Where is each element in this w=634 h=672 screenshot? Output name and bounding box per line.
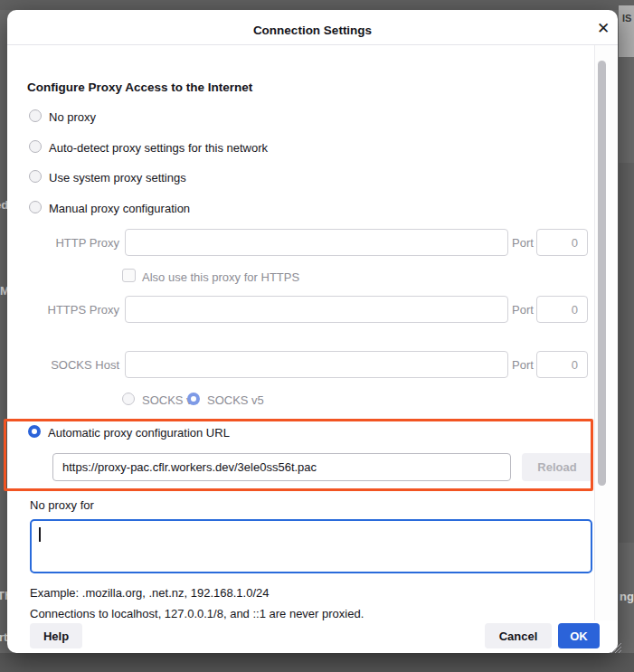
titlebar-divider <box>7 44 618 45</box>
https-proxy-input[interactable] <box>125 296 508 323</box>
checkbox-label: Also use this proxy for HTTPS <box>142 270 299 284</box>
text-cursor <box>39 527 41 542</box>
port-label: Port <box>512 358 534 372</box>
http-port-input[interactable] <box>536 229 588 256</box>
no-proxy-for-textarea[interactable] <box>30 519 592 573</box>
backdrop-patch <box>0 653 634 672</box>
radio-button-icon <box>29 201 42 213</box>
no-proxy-for-label: No proxy for <box>30 498 94 512</box>
radio-button-icon <box>122 393 135 405</box>
https-proxy-label: HTTPS Proxy <box>16 303 119 317</box>
backdrop-patch <box>619 163 634 543</box>
radio-button-icon <box>29 140 42 153</box>
resize-grip[interactable] <box>606 638 622 654</box>
highlight-annotation <box>4 419 593 491</box>
socks-host-input[interactable] <box>125 351 508 378</box>
connection-settings-dialog: Connection Settings ✕ Configure Proxy Ac… <box>7 10 618 653</box>
cancel-button[interactable]: Cancel <box>485 623 552 648</box>
radio-label: Use system proxy settings <box>49 171 186 185</box>
http-proxy-input[interactable] <box>125 229 508 256</box>
radio-button-icon <box>29 109 42 122</box>
close-icon: ✕ <box>597 21 610 36</box>
checkbox-icon <box>122 269 136 282</box>
radio-button-icon <box>29 170 42 183</box>
port-label: Port <box>512 303 534 317</box>
radio-label: No proxy <box>49 110 96 124</box>
http-proxy-label: HTTP Proxy <box>25 236 119 250</box>
background-text-fragment: ng <box>620 590 634 603</box>
radio-label: Auto-detect proxy settings for this netw… <box>49 141 268 155</box>
example-hint: Example: .mozilla.org, .net.nz, 192.168.… <box>30 586 270 600</box>
close-button[interactable]: ✕ <box>590 14 617 42</box>
resize-grip-icon <box>606 638 622 654</box>
screen-background: IS ed M Th rt ng Connection Settings ✕ C… <box>0 0 634 672</box>
port-label: Port <box>512 236 534 250</box>
socks-host-label: SOCKS Host <box>16 358 119 372</box>
socks-port-input[interactable] <box>536 351 588 378</box>
dialog-title: Connection Settings <box>7 24 618 38</box>
radio-label: SOCKS v5 <box>207 393 264 407</box>
radio-button-icon <box>187 393 200 405</box>
help-button[interactable]: Help <box>30 623 82 648</box>
scrollbar-thumb[interactable] <box>598 61 606 486</box>
ok-button[interactable]: OK <box>558 623 600 648</box>
backdrop-patch <box>0 0 634 10</box>
never-proxied-note: Connections to localhost, 127.0.0.1/8, a… <box>30 607 364 620</box>
https-port-input[interactable] <box>536 296 588 323</box>
section-heading: Configure Proxy Access to the Internet <box>27 80 252 94</box>
radio-label: Manual proxy configuration <box>49 202 190 215</box>
background-text-fragment: IS <box>622 13 631 24</box>
